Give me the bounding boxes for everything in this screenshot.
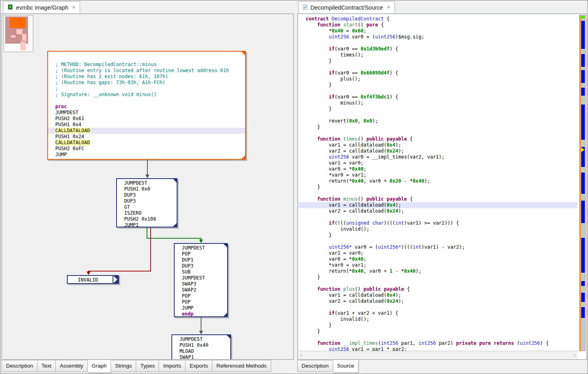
workbench-window: evmbc image/Graph ✕ — [0, 0, 588, 374]
code-line: var2 = calldataload(0x24); — [306, 148, 578, 154]
code-line: } — [306, 106, 578, 112]
code-line: uint256 var0 = __impl_times(var2, var1); — [306, 154, 578, 160]
code-line: return(*0x40, var0 + 1 - *0x40); — [306, 268, 578, 274]
ruler-current-location-arrow-icon — [581, 147, 584, 152]
node-line: DUP3 — [124, 192, 177, 198]
graph-minimap[interactable] — [4, 15, 33, 52]
code-line: var0 = *0x40; — [306, 256, 578, 262]
code-line: times(); — [306, 52, 578, 58]
bottom-tab-description[interactable]: Description — [2, 360, 38, 372]
tab-evmbc-image-graph[interactable]: evmbc image/Graph ✕ — [3, 1, 80, 13]
code-line: function __impl_times(int256 par1, int25… — [306, 340, 578, 346]
close-icon[interactable]: ✕ — [387, 5, 390, 10]
node-line: SWAP2 — [182, 287, 227, 293]
bottom-tab-exports[interactable]: Exports — [185, 360, 212, 372]
graph-canvas[interactable]: ; METHOD: DecompiledContract::minus; (Ro… — [2, 14, 293, 359]
code-line: } — [306, 328, 578, 334]
node-line: JUMPDEST — [55, 110, 245, 116]
graph-panel-bottom-tabs: DescriptionTextAssemblyGraphStringsTypes… — [2, 360, 271, 373]
code-line — [306, 64, 578, 70]
node-line: JUMPDEST — [182, 275, 227, 281]
node-line: ; (Routine entry is located after routin… — [55, 68, 245, 74]
code-line — [306, 88, 578, 94]
node-line: JUMP — [55, 152, 245, 158]
node-line: ; Signature: __unknown void minus() — [55, 92, 245, 98]
code-line: return(*0x40, var0 + 0x20 - *0x40); — [306, 178, 578, 184]
node-line: POP — [182, 299, 227, 305]
code-line — [306, 238, 578, 244]
code-line — [306, 130, 578, 136]
code-line: if(var0 == 0xf4f3bdc1) { — [306, 94, 578, 100]
node-line — [55, 98, 245, 104]
ruler-block — [581, 201, 585, 223]
corner-fold-icon — [241, 51, 246, 56]
graph-node-invalid[interactable]: INVALID — [67, 275, 119, 284]
bottom-tab-referenced-methods[interactable]: Referenced Methods — [212, 360, 271, 372]
code-line: function plus() public payable { — [306, 286, 578, 292]
ruler-block — [581, 21, 585, 49]
chip-icon — [7, 4, 13, 11]
graph-node-cmp[interactable]: JUMPDESTPUSH1 0x0DUP3DUP3GTISZEROPUSH2 0… — [116, 178, 177, 227]
close-icon[interactable]: ✕ — [72, 5, 76, 10]
code-line — [306, 334, 578, 340]
ruler-block — [581, 307, 585, 318]
bottom-tab-graph[interactable]: Graph — [88, 360, 111, 373]
graph-node-ret[interactable]: JUMPDESTPUSH1 0x40MLOADSWAP1DUP2 — [171, 334, 231, 359]
code-line: *var0 = var1; — [306, 172, 578, 178]
ruler-block — [581, 281, 585, 286]
ruler-block — [581, 54, 585, 67]
graph-node-entry[interactable]: ; METHOD: DecompiledContract::minus; (Ro… — [47, 51, 246, 160]
bottom-tab-text[interactable]: Text — [38, 360, 56, 372]
tab-decompiledcontract-source[interactable]: DecompiledContract/Source ✕ — [298, 1, 395, 13]
code-line: } — [306, 124, 578, 130]
code-line: function times() public payable { — [306, 136, 578, 142]
code-line: var2 = calldataload(0x24); — [306, 208, 578, 214]
node-line: ISZERO — [124, 210, 177, 216]
source-panel: DecompiledContract/Source ✕ contract Dec… — [296, 0, 588, 374]
code-line: function minus() public payable { — [306, 196, 578, 202]
code-line: if(var0 == 0x1d3b9edf) { — [306, 46, 578, 52]
code-line: var2 = calldataload(0x24); — [306, 298, 578, 304]
node-line: ; METHOD: DecompiledContract::minus — [55, 62, 245, 68]
ruler-block — [581, 293, 585, 302]
bottom-tab-source[interactable]: Source — [333, 360, 359, 373]
node-line: GT — [124, 204, 177, 210]
bottom-tab-types[interactable]: Types — [136, 360, 159, 372]
code-line: plus(); — [306, 76, 578, 82]
overview-ruler[interactable] — [579, 15, 586, 351]
ruler-block — [581, 173, 585, 194]
bottom-tab-description[interactable]: Description — [297, 360, 333, 372]
node-line: proc — [55, 104, 245, 110]
node-line: ; (Routine has 2 exit nodes: 61h, 107h) — [55, 74, 245, 80]
node-line: INVALID — [75, 277, 118, 283]
node-line: SWAP3 — [182, 281, 227, 287]
node-line: DUP3 — [182, 263, 227, 269]
node-line: PUSH2 0xFC — [55, 146, 245, 152]
horizontal-scrollbar[interactable]: ‹ › — [298, 351, 578, 359]
node-line — [55, 56, 245, 62]
code-line: invalid(); — [306, 316, 578, 322]
code-line: } — [306, 322, 578, 328]
graph-panel-tabbar: evmbc image/Graph ✕ — [2, 1, 295, 14]
node-line: PUSH1 0x40 — [179, 342, 230, 348]
tab-title: DecompiledContract/Source — [310, 4, 383, 11]
ruler-block — [581, 70, 585, 83]
scroll-right-arrow-icon[interactable]: › — [574, 352, 576, 358]
code-line: var0 = *0x40; — [306, 166, 578, 172]
node-line: ; — [55, 86, 245, 92]
code-line — [306, 280, 578, 286]
source-code-area[interactable]: contract DecompiledContract { function s… — [298, 14, 578, 351]
bottom-tab-assembly[interactable]: Assembly — [56, 360, 88, 372]
bottom-tab-strings[interactable]: Strings — [111, 360, 136, 372]
code-line: uint256* var0 = (uint256*)(((int)var1) -… — [306, 244, 578, 250]
code-line: uint256 var1 = par1 * par2; — [306, 346, 578, 351]
node-line: endp — [182, 311, 227, 317]
graph-node-sub[interactable]: JUMPDESTPOPDUP1DUP3SUBJUMPDESTSWAP3SWAP2… — [174, 243, 228, 317]
ruler-block — [581, 105, 585, 140]
node-line: PUSH1 0x4 — [55, 122, 245, 128]
bottom-tab-imports[interactable]: Imports — [159, 360, 185, 372]
scroll-left-arrow-icon[interactable]: ‹ — [300, 352, 302, 358]
node-line: JUMPI — [124, 222, 177, 227]
source-panel-bottom-tabs: DescriptionSource — [297, 360, 358, 373]
code-line: minus(); — [306, 100, 578, 106]
